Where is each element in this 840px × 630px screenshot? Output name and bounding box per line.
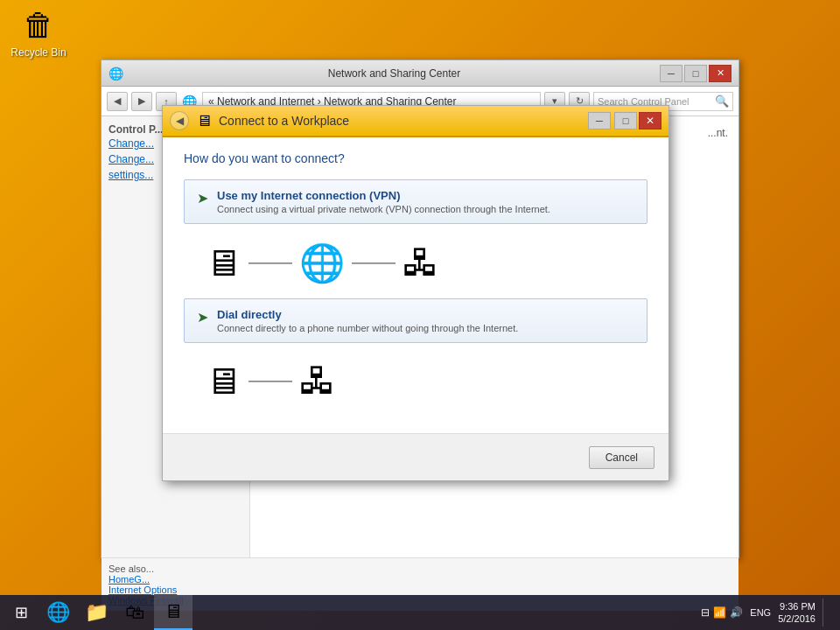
dial-server-icon: 🖧 xyxy=(299,360,336,402)
nas-minimize-btn[interactable]: ─ xyxy=(660,65,682,82)
nas-close-btn[interactable]: ✕ xyxy=(709,65,732,82)
dialog-title-icon: 🖥 xyxy=(196,112,212,130)
footer-see-also: See also... xyxy=(108,564,732,574)
tray-time-display: 9:36 PM xyxy=(778,600,816,612)
desktop: 🗑 Recycle Bin 🌐 Network and Sharing Cent… xyxy=(0,0,840,595)
vpn-option-desc: Connect using a virtual private network … xyxy=(217,204,550,214)
dial-computer-icon: 🖥 xyxy=(205,360,242,402)
dial-option-title: Dial directly xyxy=(217,308,518,321)
nas-window-controls: ─ □ ✕ xyxy=(660,65,732,82)
dialog-footer: Cancel xyxy=(163,433,668,480)
dial-option-desc: Connect directly to a phone number witho… xyxy=(217,323,518,333)
ctw-titlebar: ◀ 🖥 Connect to a Workplace ─ □ ✕ xyxy=(163,106,668,137)
tray-lang: ENG xyxy=(750,607,771,618)
taskbar-store-icon[interactable]: 🛍 xyxy=(116,595,154,630)
ctw-dialog: ◀ 🖥 Connect to a Workplace ─ □ ✕ How do … xyxy=(162,105,669,481)
tray-clock[interactable]: 9:36 PM 5/2/2016 xyxy=(778,600,816,626)
vpn-globe-icon: 🌐 xyxy=(299,242,345,284)
nas-maximize-btn[interactable]: □ xyxy=(684,65,707,82)
search-icon: 🔍 xyxy=(715,94,729,108)
tray-network-icon[interactable]: 📶 xyxy=(713,606,726,619)
dial-option-text: Dial directly Connect directly to a phon… xyxy=(217,308,518,333)
nas-title-text: Network and Sharing Center xyxy=(129,67,660,80)
vpn-arrow-icon: ➤ xyxy=(197,190,208,206)
dialog-title-text: Connect to a Workplace xyxy=(219,114,349,128)
dial-option[interactable]: ➤ Dial directly Connect directly to a ph… xyxy=(184,298,648,343)
vpn-computer-icon: 🖥 xyxy=(205,242,242,284)
cancel-button[interactable]: Cancel xyxy=(589,446,654,469)
vpn-line2 xyxy=(352,262,396,264)
nas-titlebar: 🌐 Network and Sharing Center ─ □ ✕ xyxy=(102,60,738,87)
dial-diagram: 🖥 🖧 xyxy=(184,354,648,410)
vpn-option-text: Use my Internet connection (VPN) Connect… xyxy=(217,189,550,214)
vpn-line1 xyxy=(248,262,292,264)
taskbar-explorer-icon[interactable]: 📁 xyxy=(77,595,116,630)
recycle-bin-graphic: 🗑 xyxy=(7,7,70,44)
dialog-question: How do you want to connect? xyxy=(184,151,648,165)
vpn-option-title: Use my Internet connection (VPN) xyxy=(217,189,550,202)
taskbar-ie-icon[interactable]: 🌐 xyxy=(38,595,77,630)
tray-date-display: 5/2/2016 xyxy=(778,612,816,625)
dialog-minimize-btn[interactable]: ─ xyxy=(588,112,611,130)
ctw-content: How do you want to connect? ➤ Use my Int… xyxy=(163,137,668,433)
start-button[interactable]: ⊞ xyxy=(4,595,38,630)
show-desktop-btn[interactable] xyxy=(822,598,830,626)
dial-arrow-icon: ➤ xyxy=(197,309,208,326)
system-tray: ⊟ 📶 🔊 ENG 9:36 PM 5/2/2016 xyxy=(694,598,836,626)
dialog-back-button[interactable]: ◀ xyxy=(170,111,189,130)
taskbar: ⊞ 🌐 📁 🛍 🖥 ⊟ 📶 🔊 ENG 9:36 PM 5/2/2016 xyxy=(0,595,840,630)
taskbar-network-icon[interactable]: 🖥 xyxy=(154,595,192,630)
dialog-close-btn[interactable]: ✕ xyxy=(639,112,662,130)
tray-windows-icon: ⊟ xyxy=(701,606,710,619)
back-button[interactable]: ◀ xyxy=(107,92,128,111)
recycle-bin-icon[interactable]: 🗑 Recycle Bin xyxy=(7,7,70,60)
vpn-diagram: 🖥 🌐 🖧 xyxy=(184,234,648,291)
tray-speaker-icon[interactable]: 🔊 xyxy=(730,606,743,619)
dial-line1 xyxy=(248,381,292,382)
footer-internet-options[interactable]: Internet Options xyxy=(108,584,732,595)
recycle-bin-label: Recycle Bin xyxy=(10,46,66,59)
vpn-server-icon: 🖧 xyxy=(402,242,439,284)
dialog-maximize-btn[interactable]: □ xyxy=(614,112,637,130)
forward-button[interactable]: ▶ xyxy=(131,92,152,111)
dialog-controls: ─ □ ✕ xyxy=(586,112,662,130)
vpn-option[interactable]: ➤ Use my Internet connection (VPN) Conne… xyxy=(184,179,648,224)
nas-title-icon: 🌐 xyxy=(108,66,123,80)
footer-homegroup: HomeG... xyxy=(108,574,732,584)
